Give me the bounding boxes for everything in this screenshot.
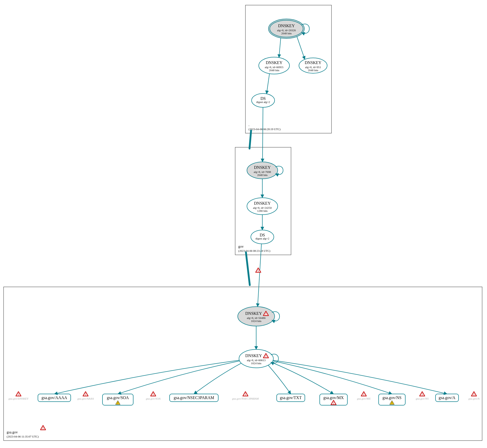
rrset-node: gsa.gov/NS! — [379, 394, 405, 405]
node-sub: digest alg=2 — [256, 100, 270, 103]
node-sub: alg=8, id=60955 — [265, 66, 284, 69]
node-sub: alg=8, id=7698 — [254, 170, 271, 173]
rrset-label: gsa.gov/MX — [323, 395, 344, 400]
error-icon: ! — [243, 392, 248, 396]
node-sub: 2048 bits — [257, 173, 268, 176]
svg-text:!: ! — [245, 393, 246, 396]
rrset-node: gsa.gov/MX! — [320, 394, 347, 405]
dnssec-graph: .(2023-04-06 06:28:19 UTC)DNSKEYalg=8, i… — [0, 0, 487, 448]
rrset-label: gsa.gov/NS — [382, 395, 401, 400]
rrsig-edge — [272, 362, 334, 394]
node-title: DNSKEY — [254, 201, 271, 205]
faded-rrset: gsa.gov/A — [468, 397, 480, 400]
node-sub: 1280 bits — [257, 209, 268, 212]
rrset-node: gsa.gov/TXT — [277, 394, 305, 402]
svg-text:!: ! — [117, 401, 118, 404]
zone-label: gsa.gov — [7, 430, 18, 434]
error-icon: ! — [83, 392, 88, 396]
rrsig-edge — [273, 361, 392, 394]
node-gov-ksk: DNSKEYalg=8, id=76982048 bits — [247, 162, 283, 179]
svg-text:!: ! — [18, 393, 19, 396]
node-title: DS — [261, 96, 266, 101]
edge — [258, 244, 262, 307]
rrset-node: gsa.gov/NSEC3PARAM — [170, 394, 218, 402]
node-sub: 2048 bits — [281, 32, 292, 35]
node-sub: alg=8, id=20326 — [277, 29, 296, 32]
error-icon: ! — [471, 392, 476, 396]
faded-rrset: gsa.gov/NS — [416, 397, 429, 400]
edge — [263, 107, 263, 162]
rrsig-edge — [273, 360, 447, 394]
rrset-label: gsa.gov/TXT — [280, 395, 302, 400]
svg-text:!: ! — [258, 269, 259, 273]
node-sub: 2048 bits — [269, 69, 279, 72]
delegation-edge — [246, 252, 250, 285]
node-title: DNSKEY — [245, 353, 262, 358]
node-sub: alg=8, id=951 — [305, 66, 321, 69]
node-gsa-ksk: DNSKEY!alg=8, id=504861024 bits — [238, 307, 279, 326]
faded-rrset: gsa.gov/AAAA — [77, 397, 94, 400]
node-sub: alg=8, id=60613 — [247, 359, 266, 362]
node-sub: digest alg=2 — [255, 237, 269, 240]
rrset-node: gsa.gov/A — [436, 394, 459, 402]
node-title: DNSKEY — [266, 60, 283, 65]
faded-rrset: gsa.gov/NSEC3PARAM — [232, 397, 259, 400]
svg-text:!: ! — [153, 393, 154, 396]
zone-timestamp: (2023-04-06 08:23:48 UTC) — [238, 249, 271, 253]
rrsig-edge — [54, 360, 239, 394]
node-sub: 1024 bits — [251, 319, 262, 322]
rrsig-edge — [118, 361, 240, 394]
rrset-node: gsa.gov/SOA! — [102, 394, 133, 405]
error-icon: ! — [40, 425, 46, 430]
svg-text:!: ! — [391, 401, 392, 404]
edge — [267, 74, 270, 94]
error-icon: ! — [361, 392, 366, 396]
svg-text:!: ! — [43, 426, 44, 430]
rrset-label: gsa.gov/AAAA — [42, 395, 67, 400]
node-title: DNSKEY — [254, 165, 271, 170]
zone-label: gov — [238, 245, 244, 248]
rrset-node: gsa.gov/AAAA — [38, 394, 71, 402]
node-sub: 2048 bits — [308, 69, 318, 72]
svg-text:!: ! — [333, 401, 334, 405]
node-title: DNSKEY — [245, 311, 262, 316]
node-gsa-zsk: DNSKEY!alg=8, id=606131024 bits — [239, 349, 278, 368]
svg-text:!: ! — [473, 393, 474, 396]
node-root-zsk: DNSKEYalg=8, id=609552048 bits — [259, 57, 289, 74]
node-root-ksk: DNSKEYalg=8, id=203262048 bits — [268, 19, 309, 38]
node-root-ds: DSdigest alg=2 — [252, 93, 275, 107]
svg-text:!: ! — [422, 393, 423, 396]
svg-text:!: ! — [265, 312, 266, 316]
node-sub: alg=8, id=50486 — [247, 316, 266, 319]
node-title: DS — [260, 233, 265, 237]
rrset-label: gsa.gov/SOA — [107, 395, 129, 400]
zone-timestamp: (2023-04-06 11:35:07 UTC) — [7, 435, 39, 438]
svg-text:!: ! — [265, 355, 266, 358]
node-gov-ds: DSdigest alg=2 — [251, 230, 274, 244]
node-gov-zsk: DNSKEYalg=8, id=242501280 bits — [247, 198, 278, 215]
faded-rrset: gsa.gov/SOA — [146, 397, 160, 400]
svg-text:!: ! — [85, 393, 86, 396]
zone-timestamp: (2023-04-06 06:28:19 UTC) — [248, 128, 281, 131]
node-root-zsk2: DNSKEYalg=8, id=9512048 bits — [299, 58, 327, 73]
node-sub: alg=8, id=24250 — [253, 206, 272, 209]
edge — [297, 37, 305, 59]
faded-rrset: gsa.gov/DNSKEY — [8, 397, 29, 400]
faded-rrset: gsa.gov/MX — [357, 397, 371, 400]
rrset-label: gsa.gov/A — [439, 395, 455, 400]
rrset-label: gsa.gov/NSEC3PARAM — [174, 395, 214, 400]
rrsig-edge — [194, 363, 241, 394]
zone-label: . — [248, 123, 250, 127]
node-sub: 1024 bits — [251, 362, 262, 365]
error-icon: ! — [420, 392, 425, 396]
edge — [279, 38, 281, 58]
svg-text:!: ! — [363, 393, 364, 396]
error-icon: ! — [16, 392, 21, 396]
error-icon: ! — [151, 392, 156, 396]
node-title: DNSKEY — [305, 60, 322, 65]
node-title: DNSKEY — [278, 24, 295, 28]
